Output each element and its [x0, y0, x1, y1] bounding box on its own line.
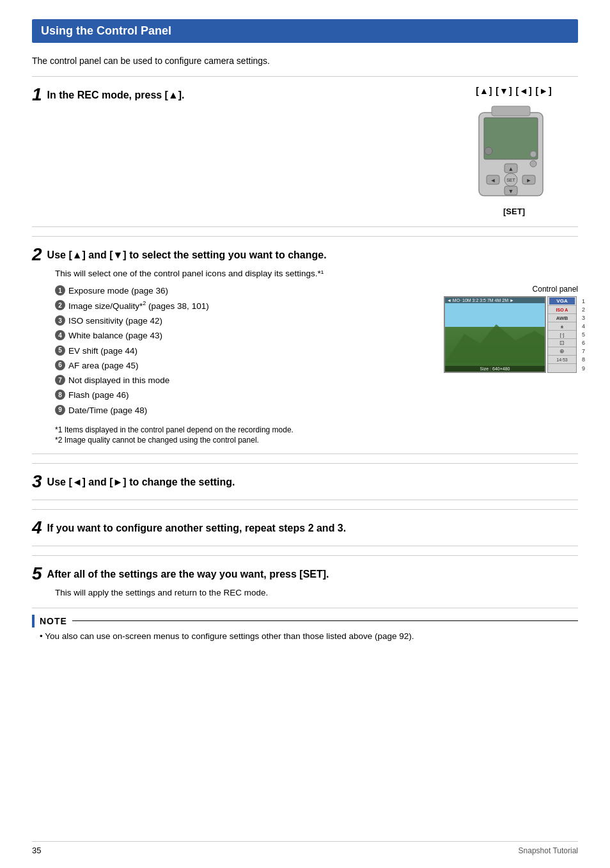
cp-row-3: AWB 3 — [548, 314, 576, 322]
svg-marker-16 — [445, 324, 545, 363]
svg-text:◄: ◄ — [490, 177, 496, 184]
step-2-content: 1 Exposure mode (page 36) 2 Image size/Q… — [55, 285, 578, 419]
step-5-section: 5 After all of the settings are the way … — [32, 555, 578, 597]
items-list: 1 Exposure mode (page 36) 2 Image size/Q… — [55, 285, 431, 419]
control-panel-label: Control panel — [444, 285, 578, 294]
item-circle-7: 7 — [55, 375, 65, 385]
cp-num-3: 3 — [582, 315, 585, 321]
step-2-header: 2 Use [▲] and [▼] to select the setting … — [32, 246, 578, 264]
item-text-1: Exposure mode (page 36) — [68, 285, 168, 297]
cp-num-6: 6 — [582, 340, 585, 346]
step-2-subtitle: This will select one of the control pane… — [55, 269, 578, 278]
list-item: 4 White balance (page 43) — [55, 329, 431, 342]
step-2-number: 2 — [32, 246, 42, 264]
note-text: • You also can use on-screen menus to co… — [40, 631, 578, 641]
cp-num-7: 7 — [582, 348, 585, 354]
step-1-header: 1 In the REC mode, press [▲]. — [32, 86, 450, 104]
footnotes: *1 Items displayed in the control panel … — [55, 425, 578, 445]
item-circle-5: 5 — [55, 345, 65, 356]
divider-2 — [32, 454, 578, 454]
control-panel-diagram: Control panel ◄ MO· 10M 3:2 3:5 7M 4M 2M… — [444, 285, 578, 419]
item-text-4: White balance (page 43) — [68, 329, 162, 342]
control-panel-strip: VGA 1 ISO A 2 AWB 3 — [547, 296, 577, 373]
list-item: 9 Date/Time (page 48) — [55, 404, 431, 417]
step-4-section: 4 If you want to configure another setti… — [32, 509, 578, 537]
item-text-3: ISO sensitivity (page 42) — [68, 315, 162, 327]
cp-row-4: ± 4 — [548, 322, 576, 331]
footnote-2: *2 Image quality cannot be changed using… — [55, 436, 578, 445]
item-text-2: Image size/Quality*2 (pages 38, 101) — [68, 299, 209, 313]
step-2-section: 2 Use [▲] and [▼] to select the setting … — [32, 236, 578, 445]
svg-point-14 — [530, 161, 536, 167]
cp-num-4: 4 — [582, 323, 585, 329]
step-2-title: Use [▲] and [▼] to select the setting yo… — [47, 246, 327, 262]
step-1-left: 1 In the REC mode, press [▲]. — [32, 86, 450, 109]
svg-text:►: ► — [526, 177, 532, 184]
note-header: NOTE — [32, 615, 578, 627]
list-item: 2 Image size/Quality*2 (pages 38, 101) — [55, 299, 431, 313]
note-line — [72, 620, 578, 621]
footnote-1: *1 Items displayed in the control panel … — [55, 425, 578, 434]
cp-row-8: 14·53 8 — [548, 356, 576, 364]
note-section: NOTE • You also can use on-screen menus … — [32, 608, 578, 641]
list-item: 8 Flash (page 46) — [55, 389, 431, 402]
step-3-header: 3 Use [◄] and [►] to change the setting. — [32, 473, 578, 491]
divider-1 — [32, 226, 578, 227]
item-text-7: Not displayed in this mode — [68, 374, 169, 387]
cp-num-1: 1 — [582, 298, 585, 304]
item-text-6: AF area (page 45) — [68, 359, 139, 372]
step-1-diagram: [▲] [▼] [◄] [►] ▲ ▼ — [450, 86, 578, 216]
header-title: Using the Control Panel — [41, 24, 171, 37]
divider-3 — [32, 500, 578, 500]
item-circle-4: 4 — [55, 330, 65, 340]
page-footer: 35 Snapshot Tutorial — [32, 841, 578, 855]
step-1-section: 1 In the REC mode, press [▲]. [▲] [▼] [◄… — [32, 76, 578, 216]
svg-point-13 — [530, 151, 536, 157]
item-text-8: Flash (page 46) — [68, 389, 129, 402]
step-3-title: Use [◄] and [►] to change the setting. — [47, 473, 235, 489]
cp-row-5: [·] 5 — [548, 331, 576, 339]
svg-text:SET: SET — [506, 178, 515, 182]
screen-top-bar: ◄ MO· 10M 3:2 3:5 7M 4M 2M ► — [445, 297, 545, 303]
item-circle-9: 9 — [55, 405, 65, 415]
list-item: 7 Not displayed in this mode — [55, 374, 431, 387]
page: Using the Control Panel The control pane… — [0, 0, 610, 868]
cp-row-6: ⊡ 6 — [548, 339, 576, 347]
cp-num-5: 5 — [582, 331, 585, 338]
step-5-header: 5 After all of the settings are the way … — [32, 565, 578, 583]
landscape-svg — [445, 305, 545, 363]
nav-keys-label: [▲] [▼] [◄] [►] — [450, 86, 578, 96]
item-circle-3: 3 — [55, 315, 65, 326]
list-item: 6 AF area (page 45) — [55, 359, 431, 372]
camera-back-diagram: ▲ ▼ ◄ ► SET — [473, 100, 556, 202]
item-text-9: Date/Time (page 48) — [68, 404, 147, 417]
item-circle-6: 6 — [55, 360, 65, 370]
cp-num-9: 9 — [582, 365, 585, 372]
step-5-subtitle: This will apply the settings and return … — [55, 588, 578, 597]
list-item: 3 ISO sensitivity (page 42) — [55, 315, 431, 327]
svg-rect-1 — [492, 106, 530, 116]
cp-num-8: 8 — [582, 356, 585, 363]
svg-text:▼: ▼ — [508, 188, 514, 194]
step-1-title: In the REC mode, press [▲]. — [47, 86, 185, 102]
divider-4 — [32, 546, 578, 546]
intro-text: The control panel can be used to configu… — [32, 56, 578, 66]
step-5-title: After all of the settings are the way yo… — [47, 565, 329, 581]
step-4-number: 4 — [32, 519, 42, 537]
svg-text:▲: ▲ — [508, 166, 514, 172]
step-1-number: 1 — [32, 86, 42, 104]
svg-point-15 — [485, 147, 492, 155]
cp-row-2: ISO A 2 — [548, 306, 576, 314]
page-header: Using the Control Panel — [32, 19, 578, 43]
step-4-title: If you want to configure another setting… — [47, 519, 347, 535]
cp-row-7: ⊕ 7 — [548, 347, 576, 356]
note-bar — [32, 615, 35, 627]
cp-num-2: 2 — [582, 306, 585, 313]
item-text-5: EV shift (page 44) — [68, 345, 137, 358]
cp-row-1: VGA 1 — [548, 297, 576, 306]
list-item: 5 EV shift (page 44) — [55, 345, 431, 358]
step-4-header: 4 If you want to configure another setti… — [32, 519, 578, 537]
step-3-number: 3 — [32, 473, 42, 491]
step-3-section: 3 Use [◄] and [►] to change the setting. — [32, 463, 578, 491]
item-circle-2: 2 — [55, 300, 65, 310]
